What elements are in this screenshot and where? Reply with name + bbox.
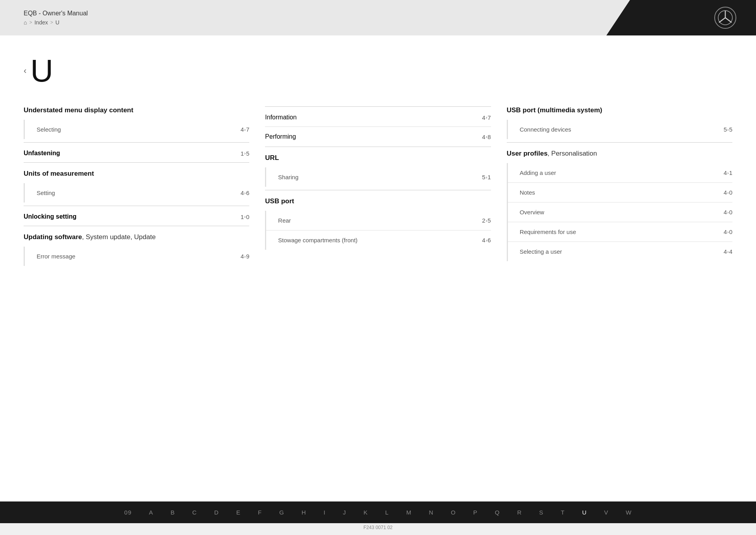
- alpha-nav-item-b[interactable]: B: [162, 509, 183, 516]
- alpha-nav-item-f[interactable]: F: [249, 509, 271, 516]
- breadcrumb-sep1: >: [29, 20, 32, 25]
- updating-title: Updating software: [24, 233, 82, 241]
- entry-page: 4›4: [724, 248, 732, 255]
- alpha-nav-item-d[interactable]: D: [206, 509, 228, 516]
- breadcrumb: ⌂ > Index > U: [24, 19, 88, 26]
- alpha-nav-item-n[interactable]: N: [420, 509, 442, 516]
- columns-container: Understated menu display content Selecti…: [24, 106, 732, 269]
- entry-label: Sharing: [278, 174, 298, 180]
- header-title-block: EQB - Owner's Manual ⌂ > Index > U: [24, 10, 88, 26]
- alpha-nav-item-g[interactable]: G: [271, 509, 293, 516]
- breadcrumb-sep2: >: [50, 20, 53, 25]
- units-title: Units of measurement: [24, 170, 94, 177]
- arrow-icon: ›: [486, 218, 487, 223]
- manual-title: EQB - Owner's Manual: [24, 10, 88, 17]
- alpha-nav-item-l[interactable]: L: [376, 509, 397, 516]
- list-item[interactable]: Selecting a user 4›4: [508, 241, 732, 261]
- alpha-nav-item-v[interactable]: V: [595, 509, 617, 516]
- arrow-icon: ›: [486, 238, 487, 243]
- unlocking-page: 1›0: [241, 214, 249, 220]
- alpha-nav-item-w[interactable]: W: [617, 509, 640, 516]
- doc-code: F243 0071 02: [0, 522, 756, 532]
- section-performing: Performing 4›8: [265, 126, 491, 147]
- list-item[interactable]: Error message 4›9: [25, 247, 249, 266]
- arrow-icon: ›: [727, 230, 729, 234]
- section-updating: Updating software, System update, Update: [24, 226, 249, 247]
- list-item[interactable]: Rear 2›5: [266, 211, 491, 230]
- arrow-icon: ›: [727, 249, 729, 254]
- section-user-profiles: User profiles, Personalisation: [507, 142, 732, 163]
- alpha-nav-item-h[interactable]: H: [293, 509, 315, 516]
- entry-label: Notes: [520, 189, 535, 196]
- section-understated: Understated menu display content: [24, 106, 249, 120]
- entry-label: Setting: [37, 189, 55, 196]
- entry-page: 2›5: [482, 217, 491, 224]
- entry-label: Selecting: [37, 126, 61, 133]
- alpha-nav-item-a[interactable]: A: [140, 509, 162, 516]
- arrow-icon: ›: [244, 254, 246, 259]
- entry-label: Error message: [37, 253, 75, 260]
- logo-area: [606, 0, 756, 35]
- header: EQB - Owner's Manual ⌂ > Index > U: [0, 0, 756, 35]
- list-item[interactable]: Connecting devices 5›5: [508, 120, 732, 139]
- alphabet-nav: 09ABCDEFGHIJKLMNOPQRSTUVW: [0, 502, 756, 523]
- entry-page: 4›6: [241, 189, 249, 196]
- entry-page: 4›7: [241, 126, 249, 133]
- alpha-nav-item-q[interactable]: Q: [486, 509, 509, 516]
- alpha-nav-item-09[interactable]: 09: [116, 509, 141, 516]
- breadcrumb-index[interactable]: Index: [34, 19, 48, 26]
- back-arrow[interactable]: ‹: [24, 66, 26, 76]
- usb-multimedia-title: USB port (multimedia system): [507, 106, 602, 114]
- alpha-nav-item-s[interactable]: S: [530, 509, 552, 516]
- list-item[interactable]: Overview 4›0: [508, 202, 732, 222]
- alpha-nav-item-o[interactable]: O: [442, 509, 465, 516]
- alpha-nav-item-j[interactable]: J: [334, 509, 355, 516]
- entry-label: Adding a user: [520, 169, 556, 176]
- list-item[interactable]: Adding a user 4›1: [508, 163, 732, 182]
- mercedes-logo: [714, 7, 736, 29]
- section-information: Information 4›7: [265, 106, 491, 126]
- arrow-icon: ›: [486, 175, 487, 180]
- list-item[interactable]: Setting 4›6: [25, 183, 249, 202]
- arrow-icon: ›: [244, 214, 246, 219]
- list-item[interactable]: Notes 4›0: [508, 182, 732, 202]
- list-item[interactable]: Stowage compartments (front) 4›6: [266, 230, 491, 250]
- entry-page: 4›0: [724, 189, 732, 196]
- breadcrumb-current: U: [56, 19, 59, 26]
- performing-page: 4›8: [482, 134, 491, 140]
- alpha-nav-item-e[interactable]: E: [228, 509, 249, 516]
- understated-title: Understated menu display content: [24, 106, 133, 114]
- list-item[interactable]: Requirements for use 4›0: [508, 222, 732, 241]
- entry-page: 5›5: [724, 126, 732, 133]
- url-sub-entries: Sharing 5›1: [265, 167, 491, 187]
- unfastening-page: 1›5: [241, 150, 249, 157]
- svg-line-2: [719, 18, 725, 22]
- unlocking-title: Unlocking setting: [24, 213, 76, 220]
- user-profiles-title: User profiles: [507, 150, 548, 157]
- section-letter: U: [30, 55, 53, 87]
- alpha-nav-item-i[interactable]: I: [315, 509, 334, 516]
- entry-label: Stowage compartments (front): [278, 237, 358, 243]
- entry-page: 5›1: [482, 174, 491, 180]
- alpha-nav-item-c[interactable]: C: [183, 509, 206, 516]
- entry-label: Connecting devices: [520, 126, 571, 133]
- entry-label: Rear: [278, 217, 291, 224]
- alpha-nav-item-r[interactable]: R: [508, 509, 530, 516]
- column-2: Information 4›7 Performing 4›8 URL Shari…: [265, 106, 491, 269]
- breadcrumb-home[interactable]: ⌂: [24, 19, 27, 26]
- section-units: Units of measurement: [24, 162, 249, 183]
- information-title: Information: [265, 114, 296, 121]
- list-item[interactable]: Selecting 4›7: [25, 120, 249, 139]
- understated-sub-entries: Selecting 4›7: [24, 120, 249, 139]
- alpha-nav-item-k[interactable]: K: [355, 509, 376, 516]
- updating-sub-entries: Error message 4›9: [24, 247, 249, 266]
- list-item[interactable]: Sharing 5›1: [266, 167, 491, 187]
- arrow-icon: ›: [727, 171, 729, 175]
- alpha-nav-item-u[interactable]: U: [573, 509, 595, 516]
- alpha-nav-item-p[interactable]: P: [465, 509, 486, 516]
- arrow-icon: ›: [244, 191, 246, 195]
- alpha-nav-item-m[interactable]: M: [398, 509, 421, 516]
- alpha-nav-item-t[interactable]: T: [552, 509, 573, 516]
- section-letter-row: ‹ U: [24, 55, 732, 87]
- unfastening-title: Unfastening: [24, 150, 60, 157]
